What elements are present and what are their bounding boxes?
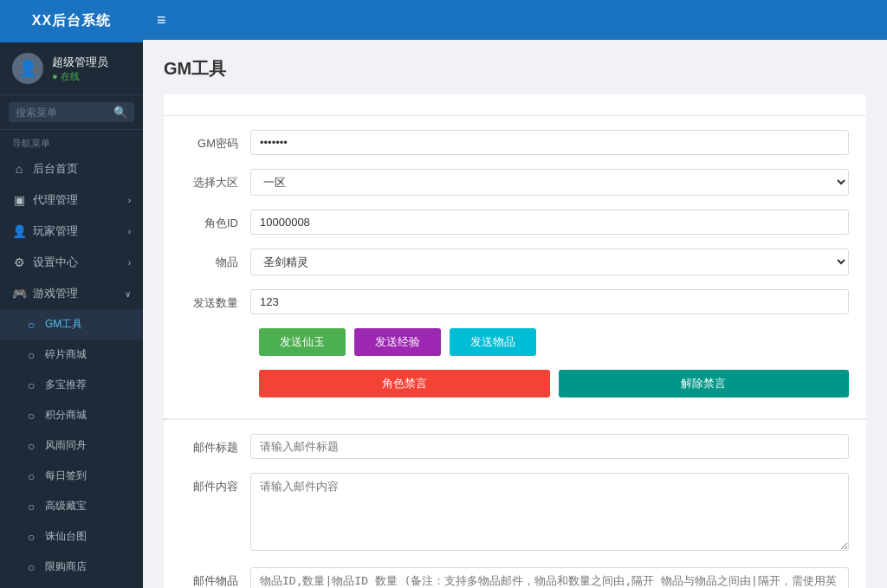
mail-title-label: 邮件标题 <box>181 434 250 456</box>
sidebar-item-wind[interactable]: ○ 风雨同舟 <box>0 430 143 461</box>
gm-password-control <box>250 130 849 155</box>
sidebar-item-label: 后台首页 <box>33 161 78 177</box>
circle-icon: ○ <box>24 560 38 574</box>
send-qty-row: 发送数量 <box>164 289 866 314</box>
role-id-row: 角色ID <box>164 210 866 235</box>
content: GM工具 GM密码 选择大区 一区 二区 三区 <box>143 40 887 588</box>
sidebar-item-label: 游戏管理 <box>33 286 78 301</box>
circle-icon: ○ <box>24 500 38 514</box>
sidebar-item-label: 碎片商城 <box>45 347 87 362</box>
game-icon: 🎮 <box>12 287 26 300</box>
sidebar-item-limited[interactable]: ○ 限购商店 <box>0 552 143 582</box>
role-id-input[interactable] <box>250 210 849 235</box>
mail-title-control <box>250 434 849 459</box>
mail-content-textarea[interactable] <box>250 473 849 551</box>
sidebar-item-daily[interactable]: ○ 每日签到 <box>0 461 143 491</box>
search-icon: 🔍 <box>113 106 127 119</box>
sidebar-item-label: 诛仙台图 <box>45 529 87 544</box>
item-label: 物品 <box>181 249 250 270</box>
region-label: 选择大区 <box>181 169 250 191</box>
sidebar-item-label: 限购商店 <box>45 559 87 574</box>
role-id-label: 角色ID <box>181 210 250 231</box>
sidebar-item-home[interactable]: ⌂ 后台首页 <box>0 153 143 184</box>
sidebar-section-label: 导航菜单 <box>0 130 143 153</box>
sidebar-item-fresh[interactable]: ○ 新鲜玩意 <box>0 582 143 588</box>
item-control: 圣剑精灵 其他物品 <box>250 249 849 275</box>
menu-icon[interactable]: ≡ <box>157 11 166 29</box>
mail-item-label: 邮件物品 <box>181 567 250 588</box>
mail-content-control <box>250 473 849 553</box>
topbar: ≡ <box>143 0 887 40</box>
sidebar-item-label: 设置中心 <box>33 255 78 270</box>
send-fairy-button[interactable]: 发送仙玉 <box>259 328 346 356</box>
mail-title-input[interactable] <box>250 434 849 459</box>
sidebar-item-player[interactable]: 👤 玩家管理 › <box>0 216 143 247</box>
circle-icon: ○ <box>24 378 38 392</box>
circle-icon: ○ <box>24 409 38 423</box>
form-card: GM密码 选择大区 一区 二区 三区 角色ID <box>164 94 866 588</box>
gm-password-input[interactable] <box>250 130 849 155</box>
sidebar-item-label: GM工具 <box>45 317 82 332</box>
page-title: GM工具 <box>164 57 866 81</box>
settings-icon: ⚙ <box>12 255 26 269</box>
avatar: 👤 <box>12 53 43 84</box>
sidebar-item-treasure[interactable]: ○ 高级藏宝 <box>0 491 143 521</box>
user-status: ● 在线 <box>52 70 108 83</box>
gm-password-label: GM密码 <box>181 130 250 152</box>
item-row: 物品 圣剑精灵 其他物品 <box>164 249 866 275</box>
item-select[interactable]: 圣剑精灵 其他物品 <box>250 249 849 275</box>
sidebar-item-game[interactable]: 🎮 游戏管理 ∨ <box>0 278 143 309</box>
mail-item-row: 邮件物品 <box>164 567 866 588</box>
unban-role-button[interactable]: 解除禁言 <box>559 370 850 397</box>
sidebar-item-fairy[interactable]: ○ 诛仙台图 <box>0 521 143 552</box>
sidebar-item-points[interactable]: ○ 积分商城 <box>0 400 143 430</box>
circle-icon: ○ <box>24 348 38 362</box>
role-id-control <box>250 210 849 235</box>
sidebar-item-recommend[interactable]: ○ 多宝推荐 <box>0 370 143 400</box>
form-divider <box>164 115 866 116</box>
sidebar: XX后台系统 👤 超级管理员 ● 在线 🔍 导航菜单 ⌂ 后台首页 ▣ 代理管理… <box>0 0 143 588</box>
user-text: 超级管理员 ● 在线 <box>52 55 108 83</box>
gm-password-row: GM密码 <box>164 130 866 155</box>
region-row: 选择大区 一区 二区 三区 <box>164 169 866 196</box>
sidebar-item-label: 每日签到 <box>45 468 87 483</box>
search-input-wrap[interactable]: 🔍 <box>9 102 134 122</box>
send-qty-input[interactable] <box>250 289 849 314</box>
chevron-right-icon: › <box>128 258 131 268</box>
circle-icon: ○ <box>24 469 38 483</box>
user-name: 超级管理员 <box>52 55 108 70</box>
send-item-button[interactable]: 发送物品 <box>450 328 536 356</box>
user-info: 👤 超级管理员 ● 在线 <box>0 42 143 95</box>
ban-buttons-row: 角色禁言 解除禁言 <box>164 370 866 397</box>
circle-icon: ○ <box>24 318 38 332</box>
sidebar-item-gm[interactable]: ○ GM工具 <box>0 309 143 339</box>
circle-icon: ○ <box>24 530 38 544</box>
sidebar-item-label: 积分商城 <box>45 408 87 423</box>
chevron-right-icon: › <box>128 227 131 236</box>
mail-item-control <box>250 567 849 588</box>
sidebar-item-label: 风雨同舟 <box>45 438 87 453</box>
region-control: 一区 二区 三区 <box>250 169 849 196</box>
player-icon: 👤 <box>12 224 26 238</box>
region-select[interactable]: 一区 二区 三区 <box>250 169 849 196</box>
chevron-down-icon: ∨ <box>125 289 131 299</box>
home-icon: ⌂ <box>12 162 26 176</box>
chevron-right-icon: › <box>128 196 131 205</box>
send-qty-label: 发送数量 <box>181 289 250 311</box>
mail-content-row: 邮件内容 <box>164 473 866 553</box>
send-exp-button[interactable]: 发送经验 <box>354 328 441 356</box>
mail-item-textarea[interactable] <box>250 567 849 588</box>
circle-icon: ○ <box>24 439 38 453</box>
mail-content-label: 邮件内容 <box>181 473 250 494</box>
send-buttons-row: 发送仙玉 发送经验 发送物品 <box>164 328 866 356</box>
mail-title-row: 邮件标题 <box>164 434 866 459</box>
sidebar-item-fragment[interactable]: ○ 碎片商城 <box>0 339 143 370</box>
ban-role-button[interactable]: 角色禁言 <box>259 370 550 397</box>
sidebar-item-settings[interactable]: ⚙ 设置中心 › <box>0 247 143 278</box>
sidebar-item-agent[interactable]: ▣ 代理管理 › <box>0 184 143 216</box>
search-input[interactable] <box>16 107 113 119</box>
sidebar-item-label: 高级藏宝 <box>45 499 87 514</box>
main-wrap: ≡ GM工具 GM密码 选择大区 一区 二区 三区 <box>143 0 887 588</box>
sidebar-item-label: 代理管理 <box>33 192 78 208</box>
sidebar-item-label: 玩家管理 <box>33 223 78 239</box>
